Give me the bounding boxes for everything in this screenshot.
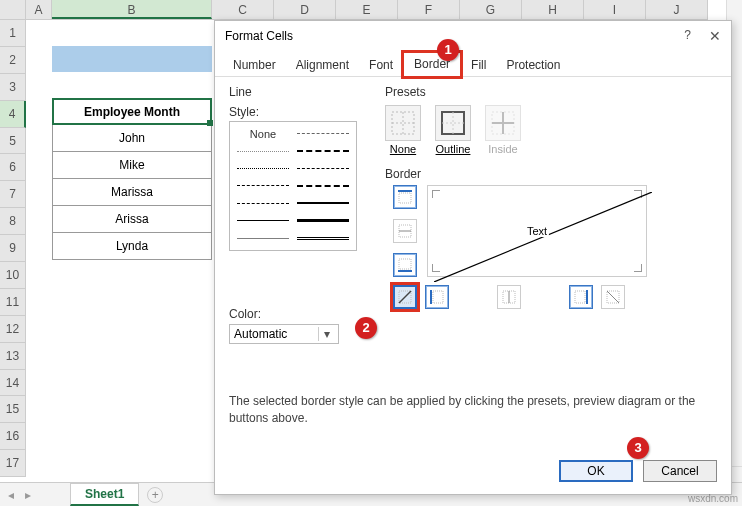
border-diag-up-button[interactable]	[393, 285, 417, 309]
col-F[interactable]: F	[398, 0, 460, 19]
row-3[interactable]: 3	[0, 74, 26, 101]
svg-line-15	[434, 192, 652, 282]
preset-none-button[interactable]	[385, 105, 421, 141]
row-11[interactable]: 11	[0, 289, 26, 316]
preset-outline-button[interactable]	[435, 105, 471, 141]
merged-title-cell[interactable]	[52, 46, 212, 72]
row-headers: 1 2 3 4 5 6 7 8 9 10 11 12 13 14 15 16 1…	[0, 20, 26, 477]
style-swatch[interactable]	[294, 161, 352, 176]
style-none[interactable]: None	[234, 126, 292, 141]
style-swatch[interactable]	[294, 196, 352, 211]
border-bottom-button[interactable]	[393, 253, 417, 277]
row-14[interactable]: 14	[0, 370, 26, 397]
table-row[interactable]: John	[52, 125, 212, 152]
svg-rect-0	[392, 112, 414, 134]
col-B[interactable]: B	[52, 0, 212, 19]
callout-2: 2	[355, 317, 377, 339]
tab-font[interactable]: Font	[359, 54, 403, 76]
row-1[interactable]: 1	[0, 20, 26, 47]
svg-rect-22	[575, 291, 585, 303]
row-2[interactable]: 2	[0, 47, 26, 74]
style-swatch[interactable]	[294, 213, 352, 228]
callout-3: 3	[627, 437, 649, 459]
sheet-tab[interactable]: Sheet1	[70, 483, 139, 506]
presets-group: Presets None Outline	[385, 85, 521, 155]
row-4[interactable]: 4	[0, 101, 26, 128]
dialog-body: Line Style: None Color:	[215, 77, 731, 448]
col-E[interactable]: E	[336, 0, 398, 19]
row-7[interactable]: 7	[0, 181, 26, 208]
add-sheet-button[interactable]: +	[147, 487, 163, 503]
tab-protection[interactable]: Protection	[496, 54, 570, 76]
dialog-tabs: Number Alignment Font Border Fill Protec…	[215, 51, 731, 77]
style-label: Style:	[229, 105, 373, 119]
border-mid-h-button[interactable]	[393, 219, 417, 243]
table-row[interactable]: Lynda	[52, 233, 212, 260]
sheet-nav-arrows[interactable]: ◂ ▸	[8, 488, 35, 502]
row-10[interactable]: 10	[0, 262, 26, 289]
table-header[interactable]: Employee Month	[52, 98, 212, 125]
presets-label: Presets	[385, 85, 521, 99]
data-table: Employee Month John Mike Marissa Arissa …	[52, 98, 212, 260]
table-row[interactable]: Arissa	[52, 206, 212, 233]
dialog-titlebar[interactable]: Format Cells ? ✕	[215, 21, 731, 51]
row-8[interactable]: 8	[0, 208, 26, 235]
select-all-corner[interactable]	[0, 0, 26, 19]
row-13[interactable]: 13	[0, 343, 26, 370]
color-dropdown[interactable]: Automatic ▾	[229, 324, 339, 344]
style-swatch[interactable]	[234, 196, 292, 211]
row-5[interactable]: 5	[0, 128, 26, 155]
style-swatch[interactable]	[234, 161, 292, 176]
color-group: Color: Automatic ▾	[229, 307, 339, 344]
column-headers: A B C D E F G H I J	[0, 0, 708, 20]
svg-rect-13	[399, 259, 411, 269]
style-swatch[interactable]	[294, 143, 352, 158]
tab-number[interactable]: Number	[223, 54, 286, 76]
style-swatch[interactable]	[234, 213, 292, 228]
border-left-button[interactable]	[425, 285, 449, 309]
row-15[interactable]: 15	[0, 396, 26, 423]
col-C[interactable]: C	[212, 0, 274, 19]
help-icon[interactable]: ?	[684, 28, 691, 44]
style-swatch[interactable]	[234, 231, 292, 246]
cancel-button[interactable]: Cancel	[643, 460, 717, 482]
col-H[interactable]: H	[522, 0, 584, 19]
row-16[interactable]: 16	[0, 423, 26, 450]
border-preview[interactable]: Text	[427, 185, 647, 277]
style-swatch[interactable]	[234, 178, 292, 193]
style-swatch[interactable]	[294, 231, 352, 246]
table-row[interactable]: Marissa	[52, 179, 212, 206]
style-swatch[interactable]	[294, 178, 352, 193]
row-17[interactable]: 17	[0, 450, 26, 477]
border-diag-down-button[interactable]	[601, 285, 625, 309]
border-mid-v-button[interactable]	[497, 285, 521, 309]
border-group: Border Text	[385, 167, 421, 183]
callout-1: 1	[437, 39, 459, 61]
row-9[interactable]: 9	[0, 235, 26, 262]
style-swatch[interactable]	[234, 143, 292, 158]
border-top-button[interactable]	[393, 185, 417, 209]
tab-alignment[interactable]: Alignment	[286, 54, 359, 76]
col-J[interactable]: J	[646, 0, 708, 19]
close-icon[interactable]: ✕	[709, 28, 721, 44]
svg-line-17	[399, 291, 411, 303]
preview-text: Text	[525, 225, 549, 237]
style-swatch[interactable]	[294, 126, 352, 141]
ok-button[interactable]: OK	[559, 460, 633, 482]
preset-none-label: None	[390, 143, 416, 155]
table-row[interactable]: Mike	[52, 152, 212, 179]
col-D[interactable]: D	[274, 0, 336, 19]
svg-rect-9	[399, 193, 411, 203]
col-G[interactable]: G	[460, 0, 522, 19]
chevron-down-icon: ▾	[318, 327, 334, 341]
tab-fill[interactable]: Fill	[461, 54, 496, 76]
svg-line-25	[607, 291, 619, 303]
dialog-title: Format Cells	[225, 29, 293, 43]
preset-inside-button[interactable]	[485, 105, 521, 141]
col-I[interactable]: I	[584, 0, 646, 19]
row-12[interactable]: 12	[0, 316, 26, 343]
border-right-button[interactable]	[569, 285, 593, 309]
row-6[interactable]: 6	[0, 154, 26, 181]
col-A[interactable]: A	[26, 0, 52, 19]
line-style-group: Style: None	[229, 105, 373, 251]
